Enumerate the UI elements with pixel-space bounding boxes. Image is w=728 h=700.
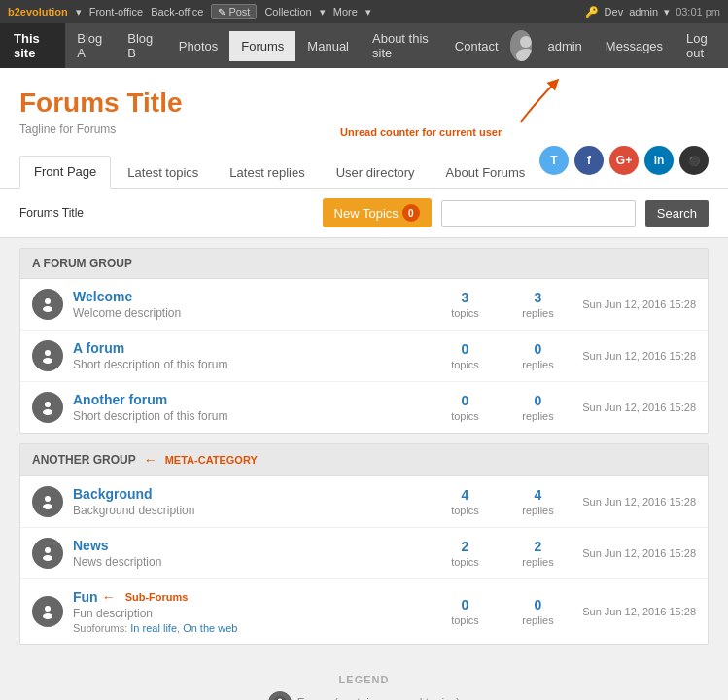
nav-blog-b[interactable]: Blog B <box>116 23 167 68</box>
twitter-icon[interactable]: T <box>539 146 569 175</box>
search-bar: Forums Title New Topics 0 Search <box>0 189 728 238</box>
admin-link[interactable]: admin <box>629 6 658 18</box>
social-icons: T f G+ in ⚫ <box>539 146 709 175</box>
nav-blog-a[interactable]: Blog A <box>65 23 116 68</box>
front-office-link[interactable]: Front-office <box>89 6 143 18</box>
github-icon[interactable]: ⚫ <box>679 146 709 175</box>
tab-latest-replies[interactable]: Latest replies <box>215 157 319 188</box>
meta-category-label: Meta-Category <box>165 454 258 466</box>
back-office-link[interactable]: Back-office <box>151 6 203 18</box>
new-topics-button[interactable]: New Topics 0 <box>323 198 432 228</box>
post-button[interactable]: ✎ Post <box>211 4 257 19</box>
forum-date: Sun Jun 12, 2016 15:28 <box>570 350 696 362</box>
forum-row: Background Background description 4 topi… <box>20 476 708 528</box>
topics-stat: 3 topics <box>443 290 487 320</box>
nav-forums[interactable]: Forums <box>229 31 295 61</box>
collection-link[interactable]: Collection <box>264 6 311 18</box>
forum-name-background[interactable]: Background <box>73 486 153 502</box>
linkedin-icon[interactable]: in <box>644 146 674 175</box>
forum-name-fun[interactable]: Fun <box>73 589 98 605</box>
this-site-label[interactable]: This site <box>0 23 65 68</box>
replies-stat: 4 replies <box>516 487 560 517</box>
search-button[interactable]: Search <box>645 200 709 227</box>
forum-name-aforum[interactable]: A forum <box>73 340 124 356</box>
topics-stat: 4 topics <box>443 487 487 517</box>
forum-icon <box>32 486 63 517</box>
forum-icon <box>32 596 63 627</box>
nav-messages[interactable]: Messages <box>594 31 675 61</box>
nav-admin[interactable]: admin <box>536 31 593 61</box>
topics-stat: 0 topics <box>443 597 487 627</box>
google-icon[interactable]: G+ <box>609 146 639 175</box>
content-area: Forums Title Tagline for Forums T f G+ i… <box>0 68 728 700</box>
legend-forum-icon <box>268 691 292 700</box>
tab-user-directory[interactable]: User directory <box>322 157 430 188</box>
group-header-1: A FORUM GROUP <box>20 249 708 279</box>
svg-point-4 <box>45 298 51 304</box>
forum-icon <box>32 289 63 320</box>
forum-row: Welcome Welcome description 3 topics 3 r… <box>20 279 708 331</box>
legend-item: Forum (contains several topics) <box>268 691 460 700</box>
nav-logout[interactable]: Log out <box>675 23 728 68</box>
tab-latest-topics[interactable]: Latest topics <box>113 157 213 188</box>
forum-row: Another forum Short description of this … <box>20 382 708 433</box>
forums-header: Forums Title Tagline for Forums <box>0 68 728 156</box>
forum-icon <box>32 392 63 423</box>
forum-info: Background Background description <box>73 486 433 517</box>
svg-point-1 <box>520 36 532 48</box>
nav-about[interactable]: About this site <box>361 23 443 68</box>
nav-contact[interactable]: Contact <box>443 31 510 61</box>
forum-date: Sun Jun 12, 2016 15:28 <box>570 298 696 310</box>
tab-about-forums[interactable]: About Forums <box>432 157 540 188</box>
topics-stat: 2 topics <box>443 539 487 569</box>
forum-stats: 0 topics 0 replies <box>443 341 560 371</box>
subforum-link-ontheweb[interactable]: On the web <box>183 622 237 634</box>
time-display: 03:01 pm <box>676 6 720 18</box>
brand-arrow: ▾ <box>76 6 82 18</box>
svg-point-8 <box>43 358 52 364</box>
forum-date: Sun Jun 12, 2016 15:28 <box>570 402 696 413</box>
facebook-icon[interactable]: f <box>574 146 604 175</box>
svg-point-10 <box>45 402 51 407</box>
tab-front-page[interactable]: Front Page <box>19 156 111 189</box>
replies-stat: 3 replies <box>516 290 560 320</box>
legend-label: Forum (contains several topics) <box>297 696 460 700</box>
svg-point-13 <box>45 496 51 502</box>
topics-stat: 0 topics <box>443 393 487 423</box>
forums-content: A FORUM GROUP Welcome Welcome descriptio… <box>0 238 728 700</box>
legend: LEGEND Forum (contains several topics) <box>19 654 709 700</box>
avatar <box>510 30 533 61</box>
forum-name-welcome[interactable]: Welcome <box>73 289 132 304</box>
nav-right: admin Messages Log out <box>510 23 728 68</box>
forum-date: Sun Jun 12, 2016 15:28 <box>570 547 696 559</box>
group-header-2: ANOTHER GROUP ← Meta-Category <box>20 444 708 476</box>
replies-stat: 0 replies <box>516 393 560 423</box>
forum-desc: Background description <box>73 504 433 517</box>
admin-bar-right: 🔑 Dev admin ▾ 03:01 pm <box>585 6 720 18</box>
topics-stat: 0 topics <box>443 341 487 371</box>
forum-name-news[interactable]: News <box>73 538 109 553</box>
nav-photos[interactable]: Photos <box>167 31 229 61</box>
forum-row: A forum Short description of this forum … <box>20 331 708 382</box>
dev-link[interactable]: Dev <box>605 6 624 18</box>
forum-row: News News description 2 topics 2 replies <box>20 528 708 579</box>
nav-manual[interactable]: Manual <box>295 31 361 61</box>
forum-desc: Short description of this forum <box>73 358 433 371</box>
forum-desc: Welcome description <box>73 306 433 320</box>
search-input[interactable] <box>441 200 636 227</box>
svg-point-19 <box>45 606 51 612</box>
subforums-annotation: Sub-Forums <box>125 591 189 603</box>
forum-desc: Fun description <box>73 607 433 620</box>
unread-badge: 0 <box>402 204 420 222</box>
forum-date: Sun Jun 12, 2016 15:28 <box>570 496 696 508</box>
more-link[interactable]: More <box>333 6 358 18</box>
forum-stats: 0 topics 0 replies <box>443 597 560 627</box>
svg-point-20 <box>43 613 52 619</box>
subforum-link-reallife[interactable]: In real life <box>130 622 177 634</box>
forum-name-another[interactable]: Another forum <box>73 392 167 407</box>
admin-bar: b2evolution ▾ Front-office Back-office ✎… <box>0 0 728 23</box>
forum-row: Fun ← Sub-Forums Fun description Subforu… <box>20 579 708 644</box>
forum-subforums: Subforums: In real life, On the web <box>73 622 433 634</box>
forum-info: News News description <box>73 538 433 569</box>
breadcrumb: Forums Title <box>19 206 84 220</box>
